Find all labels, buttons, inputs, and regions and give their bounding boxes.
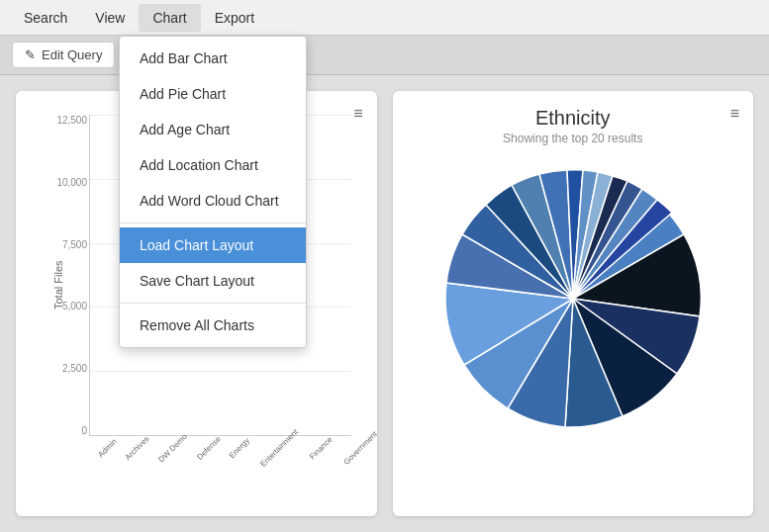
menu-load-chart-layout[interactable]: Load Chart Layout [120,227,306,263]
y-tick-10000: 10,000 [49,177,87,188]
menu-add-word-cloud-chart[interactable]: Add Word Cloud Chart [120,183,306,219]
menu-add-location-chart[interactable]: Add Location Chart [120,147,306,183]
menu-bar: Search View Chart Export [0,0,769,36]
main-content: ≡ Total Files 12,500 10,000 7,500 5,000 … [0,75,769,532]
y-axis: 12,500 10,000 7,500 5,000 2,500 0 [49,115,87,436]
pie-chart-menu-icon[interactable]: ≡ [730,105,739,123]
menu-add-bar-chart[interactable]: Add Bar Chart [120,41,306,76]
x-axis-labels: Admin Archives DW Demo Defense Energy En… [89,441,351,500]
pie-chart-card: ≡ Ethnicity Showing the top 20 results [393,91,754,516]
chart-dropdown-menu: Add Bar Chart Add Pie Chart Add Age Char… [119,36,307,348]
y-tick-2500: 2,500 [49,363,87,374]
menu-view[interactable]: View [81,4,139,32]
menu-save-chart-layout[interactable]: Save Chart Layout [120,263,306,299]
menu-add-pie-chart[interactable]: Add Pie Chart [120,76,306,112]
pie-chart-svg [430,155,717,442]
menu-add-age-chart[interactable]: Add Age Chart [120,112,306,147]
pie-container [409,155,738,442]
grid-line-5 [90,371,351,372]
y-tick-7500: 7,500 [49,239,87,250]
menu-export[interactable]: Export [201,4,268,32]
menu-remove-all-charts[interactable]: Remove All Charts [120,308,306,343]
dropdown-divider-1 [120,222,306,223]
edit-icon: ✎ [25,47,36,62]
pie-chart-subtitle: Showing the top 20 results [409,132,738,145]
edit-query-button[interactable]: ✎ Edit Query [12,42,115,68]
menu-chart[interactable]: Chart [139,4,200,32]
menu-search[interactable]: Search [10,4,81,32]
y-tick-5000: 5,000 [49,301,87,311]
pie-chart-title: Ethnicity [409,107,738,130]
dropdown-divider-2 [120,303,306,304]
y-tick-0: 0 [49,425,87,436]
toolbar: ✎ Edit Query [0,36,769,75]
edit-query-label: Edit Query [42,47,102,62]
y-tick-12500: 12,500 [49,115,87,126]
